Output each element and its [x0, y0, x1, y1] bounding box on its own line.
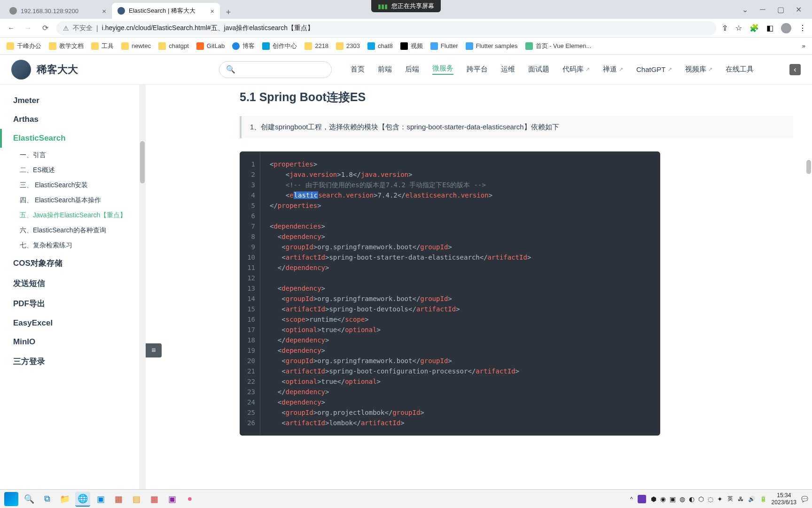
- chevron-down-icon[interactable]: ⌄: [741, 5, 749, 14]
- vscode-icon[interactable]: ⧉: [39, 492, 55, 507]
- explorer-icon[interactable]: 📁: [57, 492, 72, 507]
- bookmark-item[interactable]: GitLab: [196, 42, 225, 50]
- sidebar-item[interactable]: 三方登录: [0, 351, 146, 372]
- ime-indicator[interactable]: 英: [727, 495, 733, 503]
- extensions-icon[interactable]: 🧩: [750, 24, 759, 32]
- sidebar-sub-item[interactable]: 六、ElasticSearch的各种查询: [6, 223, 146, 238]
- toc-toggle-button[interactable]: ≡: [146, 343, 162, 357]
- tray-icons: ⬢ ◉ ▣ ◍ ◐ ⬡ ◌ ✦: [651, 495, 723, 503]
- nav-link[interactable]: ChatGPT↗: [636, 65, 672, 73]
- sidebar-item[interactable]: PDF导出: [0, 294, 146, 314]
- menu-icon[interactable]: ⋮: [799, 24, 806, 32]
- nav-link[interactable]: 运维: [501, 65, 515, 74]
- search-button[interactable]: 🔍: [22, 492, 37, 507]
- sidebar-item[interactable]: EasyExcel: [0, 314, 146, 333]
- nav-link[interactable]: 视频库↗: [685, 65, 712, 74]
- share-icon[interactable]: ⇪: [722, 24, 728, 32]
- bookmark-item[interactable]: 千峰办公: [7, 42, 41, 50]
- bookmark-item[interactable]: 博客: [232, 42, 255, 50]
- sidebar-sub-item[interactable]: 七、复杂检索练习: [6, 238, 146, 253]
- maximize-icon[interactable]: ▢: [776, 5, 785, 14]
- bookmark-item[interactable]: Flutter samples: [466, 42, 518, 50]
- browser-tab-active[interactable]: ElasticSearch | 稀客大大 ×: [112, 3, 220, 19]
- bookmark-item[interactable]: chat8: [367, 42, 393, 50]
- start-button[interactable]: [4, 492, 19, 507]
- sidebar-sub-item[interactable]: 四、 ElasticSearch基本操作: [6, 193, 146, 208]
- code-body[interactable]: <properties> <java.version>1.8</java.ver…: [260, 151, 540, 436]
- back-button[interactable]: ←: [6, 23, 17, 34]
- nav-link-active[interactable]: 微服务: [432, 64, 453, 75]
- tray-chevron-icon[interactable]: ^: [630, 496, 633, 502]
- reload-button[interactable]: ⟳: [39, 23, 51, 34]
- sidebar-item[interactable]: COS对象存储: [0, 253, 146, 273]
- bookmarks-overflow-icon[interactable]: »: [802, 42, 805, 49]
- nav-link[interactable]: 前端: [378, 65, 392, 74]
- sidebar-sub-item-active[interactable]: 五、Java操作ElasticSearch【重点】: [6, 208, 146, 223]
- sidebar-item[interactable]: Arthas: [0, 110, 146, 129]
- close-icon[interactable]: ×: [210, 7, 214, 15]
- minimize-icon[interactable]: ─: [758, 5, 767, 14]
- bookmark-item[interactable]: 教学文档: [49, 42, 84, 50]
- bookmark-item[interactable]: 工具: [91, 42, 114, 50]
- new-tab-button[interactable]: +: [222, 6, 235, 19]
- bookmark-item[interactable]: Flutter: [430, 42, 458, 50]
- app-icon[interactable]: ▦: [147, 492, 162, 507]
- bookmark-item[interactable]: 首页 - Vue Elemen...: [525, 42, 592, 50]
- nav-link[interactable]: 跨平台: [467, 65, 488, 74]
- side-panel-icon[interactable]: ◧: [766, 24, 773, 32]
- nav-link[interactable]: 代码库↗: [562, 65, 590, 74]
- nav-link[interactable]: 在线工具: [726, 65, 754, 74]
- browser-tab[interactable]: 192.168.30.128:9200 ×: [4, 3, 112, 19]
- close-icon[interactable]: ✕: [794, 5, 803, 14]
- tray-app-icon[interactable]: ◉: [660, 495, 666, 503]
- sidebar-item-active[interactable]: ElasticSearch: [0, 129, 146, 148]
- notifications-icon[interactable]: 💬: [801, 496, 808, 502]
- star-icon[interactable]: ☆: [735, 24, 742, 32]
- nav-link[interactable]: 首页: [351, 65, 365, 74]
- bookmark-item[interactable]: newtec: [121, 42, 151, 50]
- sidebar-item[interactable]: 发送短信: [0, 273, 146, 294]
- network-icon[interactable]: 🖧: [738, 496, 743, 502]
- tray-app-icon[interactable]: ◌: [708, 495, 713, 503]
- tray-app-icon[interactable]: ▣: [670, 495, 676, 503]
- nav-link[interactable]: 后端: [405, 65, 419, 74]
- scrollbar-thumb[interactable]: [806, 160, 811, 174]
- sidebar-item[interactable]: MinIO: [0, 333, 146, 351]
- sublime-icon[interactable]: ▤: [129, 492, 144, 507]
- volume-icon[interactable]: 🔊: [748, 496, 755, 502]
- tray-app-icon[interactable]: ✦: [717, 495, 723, 503]
- forward-button[interactable]: →: [23, 23, 34, 34]
- tencent-meeting-icon[interactable]: ▣: [93, 492, 108, 507]
- site-logo[interactable]: 稀客大大: [11, 60, 78, 79]
- tray-app-icon[interactable]: ⬡: [698, 495, 704, 503]
- page-scrollbar[interactable]: [805, 85, 812, 489]
- battery-icon[interactable]: 🔋: [760, 496, 767, 502]
- nav-link[interactable]: 面试题: [528, 65, 549, 74]
- sidebar-sub-item[interactable]: 三、 ElasticSearch安装: [6, 178, 146, 193]
- tray-app-icon[interactable]: [638, 495, 646, 503]
- tray-app-icon[interactable]: ⬢: [651, 495, 656, 503]
- tray-app-icon[interactable]: ◐: [689, 495, 695, 503]
- app-icon[interactable]: ●: [182, 492, 197, 507]
- bookmark-item[interactable]: 创作中心: [262, 42, 297, 50]
- sidebar-scrollbar[interactable]: [139, 85, 146, 489]
- collapse-button[interactable]: ‹: [789, 64, 801, 75]
- url-input[interactable]: ⚠ 不安全 | i.heyige.cn/cloud/ElasticSearch.…: [56, 21, 716, 35]
- bookmark-item[interactable]: 2218: [304, 42, 328, 50]
- intellij-icon[interactable]: ▣: [164, 492, 180, 507]
- bookmark-item[interactable]: 2303: [336, 42, 360, 50]
- search-input[interactable]: 🔍: [219, 61, 332, 78]
- sidebar-item[interactable]: Jmeter: [0, 91, 146, 110]
- close-icon[interactable]: ×: [102, 7, 106, 15]
- profile-icon[interactable]: [781, 23, 791, 33]
- scrollbar-thumb[interactable]: [140, 141, 145, 183]
- sidebar-sub-item[interactable]: 二、ES概述: [6, 163, 146, 178]
- bookmark-item[interactable]: chatgpt: [158, 42, 189, 50]
- sidebar-sub-item[interactable]: 一、引言: [6, 148, 146, 163]
- clock[interactable]: 15:34 2023/6/13: [772, 492, 796, 506]
- chrome-icon[interactable]: 🌐: [75, 492, 90, 507]
- powerpoint-icon[interactable]: ▦: [111, 492, 126, 507]
- tray-app-icon[interactable]: ◍: [679, 495, 685, 503]
- bookmark-item[interactable]: 视频: [400, 42, 423, 50]
- nav-link[interactable]: 禅道↗: [603, 65, 623, 74]
